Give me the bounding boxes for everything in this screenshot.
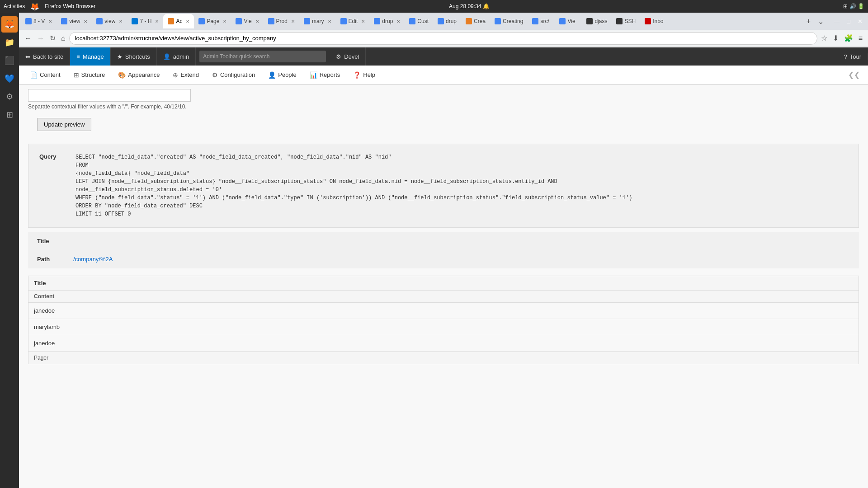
os-taskbar: Activities 🦊 Firefox Web Browser Aug 28 … (0, 0, 868, 13)
nav-reports[interactable]: 📊 Reports (303, 66, 347, 84)
people-icon: 👤 (268, 71, 276, 79)
tab-6-close[interactable]: ✕ (223, 19, 226, 24)
tab-1[interactable]: 8 - V ✕ (21, 14, 57, 28)
home-button[interactable]: ⌂ (59, 33, 67, 44)
tab-2-close[interactable]: ✕ (84, 19, 87, 24)
tab-8-close[interactable]: ✕ (291, 19, 295, 24)
tab-2[interactable]: view ✕ (57, 14, 92, 28)
path-row-label: Path (37, 256, 73, 263)
admin-user-link[interactable]: 👤 admin (157, 47, 196, 66)
sidebar-vscode[interactable]: 💙 (1, 70, 18, 87)
tab-5-close[interactable]: ✕ (186, 19, 189, 24)
tab-3[interactable]: view ✕ (92, 14, 127, 28)
tab-12[interactable]: Cust (405, 14, 433, 28)
appearance-label: Appearance (128, 71, 160, 78)
address-bar[interactable] (69, 32, 817, 45)
preview-content-header: Content (28, 291, 859, 303)
new-tab-button[interactable]: + (804, 16, 813, 26)
tab-10[interactable]: Edit ✕ (336, 14, 370, 28)
sidebar-files[interactable]: 📁 (1, 34, 18, 51)
tab-1-close[interactable]: ✕ (48, 19, 52, 24)
tab-15[interactable]: Creating (490, 14, 528, 28)
main-content: Separate contextual filter values with a… (19, 84, 868, 488)
back-button[interactable]: ← (23, 33, 33, 44)
preview-area: Title Content janedoe marylamb janedoe P… (28, 276, 859, 364)
tab-19[interactable]: SSH (612, 14, 640, 28)
tab-16[interactable]: src/ (528, 14, 555, 28)
tour-icon: ? (844, 53, 847, 60)
reports-label: Reports (320, 71, 340, 78)
tab-overflow-button[interactable]: ⌄ (815, 16, 826, 27)
tab-3-close[interactable]: ✕ (119, 19, 123, 24)
path-link[interactable]: /company/%2A (73, 256, 113, 263)
tour-link[interactable]: ? Tour (837, 53, 868, 60)
reload-button[interactable]: ↻ (48, 32, 57, 44)
tab-7-close[interactable]: ✕ (255, 19, 259, 24)
path-row-value: /company/%2A (73, 256, 113, 263)
tab-17[interactable]: Vie (555, 14, 582, 28)
extensions-button[interactable]: 🧩 (842, 32, 855, 44)
shortcuts-link[interactable]: ★ Shortcuts (111, 47, 157, 66)
title-row-label: Title (37, 238, 73, 244)
tab-4[interactable]: 7 - H ✕ (127, 14, 163, 28)
tab-10-close[interactable]: ✕ (361, 19, 365, 24)
nav-configuration[interactable]: ⚙ Configuration (206, 66, 262, 84)
tab-12-label: Cust (417, 18, 429, 24)
tab-13[interactable]: drup (433, 14, 461, 28)
devel-link[interactable]: ⚙ Devel (330, 47, 366, 66)
tab-16-label: src/ (540, 18, 550, 24)
sidebar-grid[interactable]: ⊞ (1, 107, 18, 123)
tab-8[interactable]: Prod ✕ (264, 14, 299, 28)
bookmark-star-button[interactable]: ☆ (819, 32, 829, 44)
nav-help[interactable]: ❓ Help (347, 66, 382, 84)
back-to-site-link[interactable]: ⬅ Back to site (19, 47, 70, 66)
nav-content[interactable]: 📄 Content (24, 66, 67, 84)
tab-9-close[interactable]: ✕ (328, 19, 331, 24)
help-text: Separate contextual filter values with a… (19, 102, 868, 114)
tour-label: Tour (850, 53, 861, 60)
close-button[interactable]: ✕ (854, 18, 866, 25)
tab-20[interactable]: Inbo (640, 14, 668, 28)
query-section: Query SELECT "node_field_data"."created"… (28, 144, 859, 228)
preview-row-2: marylamb (28, 319, 859, 335)
tab-7[interactable]: Vie ✕ (231, 14, 263, 28)
bell-icon[interactable]: 🔔 (483, 3, 490, 9)
download-button[interactable]: ⬇ (831, 32, 840, 44)
toolbar-search-input[interactable] (199, 51, 326, 62)
update-preview-button[interactable]: Update preview (37, 118, 91, 131)
tab-11[interactable]: drup ✕ (369, 14, 405, 28)
system-tray: ⊞ 🔊 🔋 (843, 3, 864, 9)
forward-button[interactable]: → (35, 33, 46, 44)
nav-structure[interactable]: ⊞ Structure (67, 66, 112, 84)
filter-input[interactable] (28, 89, 191, 102)
tab-18[interactable]: djass (582, 14, 612, 28)
structure-icon: ⊞ (74, 71, 79, 79)
os-sidebar: 🦊 📁 ⬛ 💙 ⚙ ⊞ (0, 13, 19, 488)
back-to-site-label: Back to site (33, 53, 63, 60)
tab-14-label: Crea (474, 18, 486, 24)
tab-4-close[interactable]: ✕ (155, 19, 159, 24)
reports-icon: 📊 (310, 71, 317, 79)
tab-9-label: mary (312, 18, 324, 24)
manage-link[interactable]: ≡ Manage (70, 47, 111, 66)
tab-14[interactable]: Crea (461, 14, 490, 28)
tab-9[interactable]: mary ✕ (299, 14, 336, 28)
activities-label[interactable]: Activities (4, 3, 25, 9)
people-label: People (278, 71, 296, 78)
nav-extend[interactable]: ⊕ Extend (166, 66, 205, 84)
tab-6[interactable]: Page ✕ (194, 14, 231, 28)
firefox-label: Firefox Web Browser (45, 3, 95, 9)
menu-button[interactable]: ≡ (857, 32, 864, 44)
tab-bar: 8 - V ✕ view ✕ view ✕ 7 - H ✕ Ac ✕ (19, 13, 868, 30)
maximize-button[interactable]: □ (843, 18, 854, 25)
nav-appearance[interactable]: 🎨 Appearance (112, 66, 166, 84)
collapse-icon[interactable]: ❮❮ (848, 70, 860, 79)
tab-15-label: Creating (503, 18, 523, 24)
minimize-button[interactable]: — (830, 18, 843, 25)
tab-11-close[interactable]: ✕ (396, 19, 400, 24)
nav-people[interactable]: 👤 People (262, 66, 303, 84)
sidebar-firefox[interactable]: 🦊 (1, 16, 18, 33)
sidebar-settings[interactable]: ⚙ (1, 89, 18, 105)
tab-5-active[interactable]: Ac ✕ (163, 14, 194, 28)
sidebar-terminal[interactable]: ⬛ (1, 52, 18, 69)
